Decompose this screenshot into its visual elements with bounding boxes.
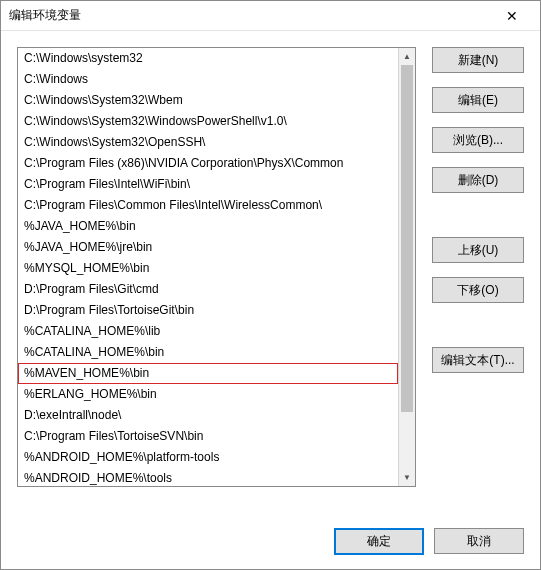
dialog-footer: 确定 取消 [1, 513, 540, 569]
list-item[interactable]: %ANDROID_HOME%\platform-tools [18, 447, 398, 468]
scroll-thumb[interactable] [401, 65, 413, 412]
scroll-up-button[interactable]: ▲ [399, 48, 415, 65]
list-item[interactable]: %ERLANG_HOME%\bin [18, 384, 398, 405]
list-item[interactable]: %MAVEN_HOME%\bin [18, 363, 398, 384]
ok-button[interactable]: 确定 [334, 528, 424, 555]
list-item[interactable]: C:\Windows\system32 [18, 48, 398, 69]
list-item[interactable]: C:\Program Files (x86)\NVIDIA Corporatio… [18, 153, 398, 174]
list-item[interactable]: C:\Windows\System32\WindowsPowerShell\v1… [18, 111, 398, 132]
titlebar: 编辑环境变量 ✕ [1, 1, 540, 31]
list-item[interactable]: %JAVA_HOME%\jre\bin [18, 237, 398, 258]
list-item[interactable]: C:\Windows [18, 69, 398, 90]
scroll-down-button[interactable]: ▼ [399, 469, 415, 486]
list-item[interactable]: %CATALINA_HOME%\lib [18, 321, 398, 342]
list-item[interactable]: C:\Program Files\Common Files\Intel\Wire… [18, 195, 398, 216]
moveup-button[interactable]: 上移(U) [432, 237, 524, 263]
delete-button[interactable]: 删除(D) [432, 167, 524, 193]
movedown-button[interactable]: 下移(O) [432, 277, 524, 303]
dialog-window: 编辑环境变量 ✕ C:\Windows\system32C:\WindowsC:… [0, 0, 541, 570]
list-item[interactable]: D:\Program Files\Git\cmd [18, 279, 398, 300]
list-item[interactable]: %CATALINA_HOME%\bin [18, 342, 398, 363]
path-list-inner: C:\Windows\system32C:\WindowsC:\Windows\… [18, 48, 398, 486]
scrollbar[interactable]: ▲ ▼ [398, 48, 415, 486]
list-item[interactable]: D:\Program Files\TortoiseGit\bin [18, 300, 398, 321]
list-item[interactable]: C:\Windows\System32\Wbem [18, 90, 398, 111]
button-column: 新建(N) 编辑(E) 浏览(B)... 删除(D) 上移(U) 下移(O) 编… [432, 47, 524, 513]
dialog-body: C:\Windows\system32C:\WindowsC:\Windows\… [1, 31, 540, 513]
browse-button[interactable]: 浏览(B)... [432, 127, 524, 153]
edit-button[interactable]: 编辑(E) [432, 87, 524, 113]
list-item[interactable]: C:\Program Files\TortoiseSVN\bin [18, 426, 398, 447]
new-button[interactable]: 新建(N) [432, 47, 524, 73]
list-item[interactable]: C:\Program Files\Intel\WiFi\bin\ [18, 174, 398, 195]
edittext-button[interactable]: 编辑文本(T)... [432, 347, 524, 373]
list-item[interactable]: D:\exeIntrall\node\ [18, 405, 398, 426]
close-button[interactable]: ✕ [492, 2, 532, 30]
path-listbox[interactable]: C:\Windows\system32C:\WindowsC:\Windows\… [17, 47, 416, 487]
list-item[interactable]: %JAVA_HOME%\bin [18, 216, 398, 237]
cancel-button[interactable]: 取消 [434, 528, 524, 554]
list-item[interactable]: %MYSQL_HOME%\bin [18, 258, 398, 279]
close-icon: ✕ [506, 8, 518, 24]
scroll-track[interactable] [399, 65, 415, 469]
list-item[interactable]: C:\Windows\System32\OpenSSH\ [18, 132, 398, 153]
window-title: 编辑环境变量 [9, 7, 492, 24]
list-item[interactable]: %ANDROID_HOME%\tools [18, 468, 398, 486]
